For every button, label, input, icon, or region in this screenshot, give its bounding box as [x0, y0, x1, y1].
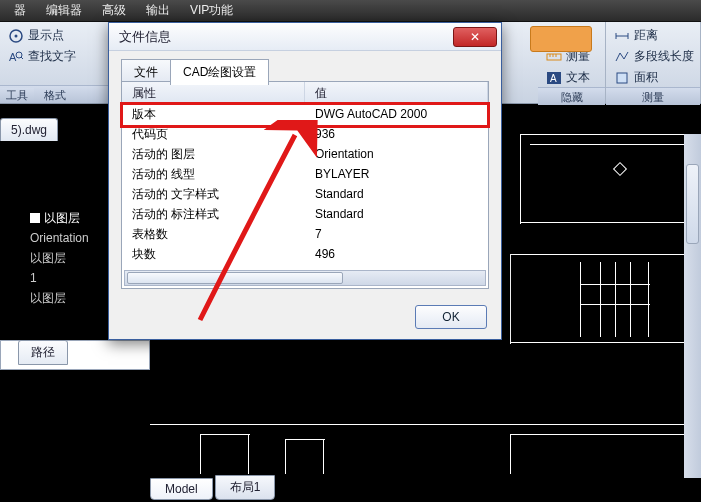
close-button[interactable]: ✕	[453, 27, 497, 47]
tab-model[interactable]: Model	[150, 478, 213, 500]
table-row[interactable]: 活动的 文字样式Standard	[122, 184, 488, 204]
svg-text:A: A	[550, 73, 557, 84]
file-info-dialog: 文件信息 ✕ 文件 CAD绘图设置 属性 值 版本DWG AutoCAD 200…	[108, 22, 502, 340]
svg-line-4	[21, 57, 23, 59]
col-attribute[interactable]: 属性	[122, 82, 305, 103]
cell: Standard	[305, 207, 488, 221]
tools-label: 工具	[0, 88, 34, 103]
ribbon-group-measure: 距离 多段线长度 面积 测量	[606, 22, 701, 103]
cell: Standard	[305, 187, 488, 201]
ribbon-group-label: 隐藏	[538, 87, 605, 105]
vertical-scrollbar[interactable]	[684, 134, 701, 478]
square-icon	[30, 213, 40, 223]
table-row[interactable]: 活动的 图层Orientation	[122, 144, 488, 164]
cell: Orientation	[305, 147, 488, 161]
cell: 块数	[122, 246, 305, 263]
scrollbar-thumb[interactable]	[686, 164, 699, 244]
ribbon-highlight	[530, 26, 592, 52]
svg-rect-16	[617, 73, 627, 83]
menu-item[interactable]: 高级	[92, 0, 136, 22]
cell: 活动的 文字样式	[122, 186, 305, 203]
cell: 活动的 标注样式	[122, 206, 305, 223]
distance-icon	[614, 28, 630, 44]
grid-body: 版本DWG AutoCAD 2000 代码页936 活动的 图层Orientat…	[122, 104, 488, 264]
text-icon: A	[546, 70, 562, 86]
cell: 版本	[122, 106, 305, 123]
grid-header: 属性 值	[122, 82, 488, 104]
table-row[interactable]: 块数496	[122, 244, 488, 264]
col-value[interactable]: 值	[305, 82, 488, 103]
table-row[interactable]: 活动的 线型BYLAYER	[122, 164, 488, 184]
polyline-length-button[interactable]: 多段线长度	[612, 47, 694, 66]
label: 显示点	[28, 27, 64, 44]
layer-row[interactable]: 以图层	[30, 248, 110, 268]
area-button[interactable]: 面积	[612, 68, 694, 87]
dialog-titlebar[interactable]: 文件信息 ✕	[109, 23, 501, 51]
document-tabs: 5).dwg	[0, 118, 85, 141]
label: 面积	[634, 69, 658, 86]
menu-item[interactable]: 器	[4, 0, 36, 22]
cell: 代码页	[122, 126, 305, 143]
label: 查找文字	[28, 48, 76, 65]
property-grid: 属性 值 版本DWG AutoCAD 2000 代码页936 活动的 图层Ori…	[121, 81, 489, 289]
tab-cad-settings[interactable]: CAD绘图设置	[170, 59, 269, 85]
cell: 7	[305, 227, 488, 241]
menu-item[interactable]: 编辑器	[36, 0, 92, 22]
svg-point-1	[15, 34, 18, 37]
show-points-button[interactable]: 显示点	[6, 26, 103, 45]
cell: 496	[305, 247, 488, 261]
scrollbar-thumb[interactable]	[127, 272, 343, 284]
horizontal-scrollbar[interactable]	[124, 270, 486, 286]
layout-tabs: Model 布局1	[150, 478, 277, 500]
cell: 活动的 线型	[122, 166, 305, 183]
svg-text:A: A	[9, 51, 17, 63]
find-text-button[interactable]: A 查找文字	[6, 47, 103, 66]
cell: DWG AutoCAD 2000	[305, 107, 488, 121]
label: 文本	[566, 69, 590, 86]
layer-header[interactable]: 以图层	[30, 208, 110, 228]
label: 距离	[634, 27, 658, 44]
menu-item[interactable]: VIP功能	[180, 0, 243, 22]
text-button[interactable]: A 文本	[544, 68, 599, 87]
layer-panel: 以图层 Orientation 以图层 1 以图层	[30, 208, 110, 308]
polyline-icon	[614, 49, 630, 65]
tab-layout1[interactable]: 布局1	[215, 475, 276, 500]
svg-rect-9	[547, 54, 561, 60]
distance-button[interactable]: 距离	[612, 26, 694, 45]
path-tab[interactable]: 路径	[18, 340, 68, 365]
layer-row[interactable]: 以图层	[30, 288, 110, 308]
target-icon	[8, 28, 24, 44]
cell: 活动的 图层	[122, 146, 305, 163]
close-icon: ✕	[470, 30, 480, 44]
cell: 表格数	[122, 226, 305, 243]
file-tab[interactable]: 5).dwg	[0, 118, 58, 141]
ok-button[interactable]: OK	[415, 305, 487, 329]
menu-bar: 器 编辑器 高级 输出 VIP功能	[0, 0, 701, 22]
search-text-icon: A	[8, 49, 24, 65]
table-row[interactable]: 活动的 标注样式Standard	[122, 204, 488, 224]
layer-row[interactable]: 1	[30, 268, 110, 288]
label: 多段线长度	[634, 48, 694, 65]
table-row[interactable]: 代码页936	[122, 124, 488, 144]
table-row[interactable]: 版本DWG AutoCAD 2000	[122, 104, 488, 124]
cell: BYLAYER	[305, 167, 488, 181]
dialog-title: 文件信息	[119, 28, 171, 46]
area-icon	[614, 70, 630, 86]
ribbon-group-label: 测量	[606, 87, 700, 105]
layer-row[interactable]: Orientation	[30, 228, 110, 248]
menu-item[interactable]: 输出	[136, 0, 180, 22]
cell: 936	[305, 127, 488, 141]
table-row[interactable]: 表格数7	[122, 224, 488, 244]
